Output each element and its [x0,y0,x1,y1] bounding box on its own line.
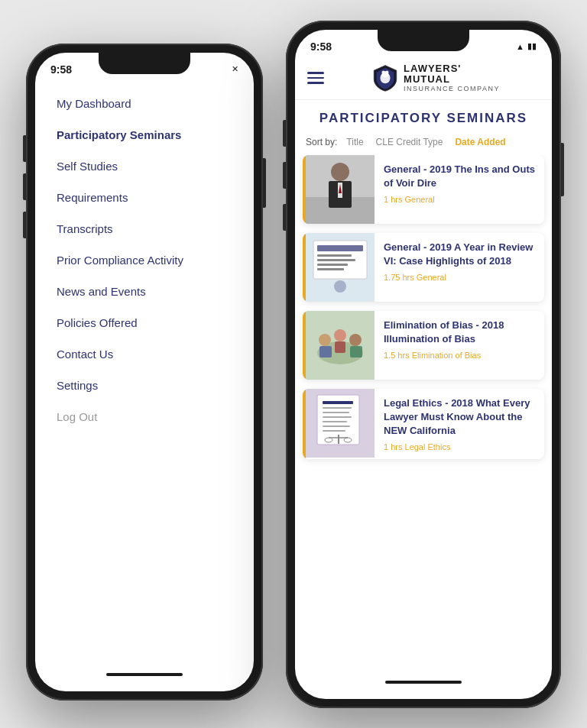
card-info-4: Legal Ethics - 2018 What Every Lawyer Mu… [375,389,544,460]
thumbnail-image-2 [306,233,375,302]
svg-point-20 [319,334,331,346]
card-thumbnail-2 [306,233,375,302]
svg-rect-23 [319,346,332,358]
card-thumbnail-1 [306,155,375,224]
phone-right: 9:58 ▲ ▮▮ [286,21,561,708]
svg-point-21 [334,329,346,341]
svg-rect-15 [317,264,348,266]
hamburger-menu[interactable] [307,72,324,84]
logo-container: LAWYERS'MUTUAL INSURANCE COMPANY [332,63,540,93]
card-title-2: General - 2019 A Year in Review VI: Case… [384,241,535,268]
logo-text: LAWYERS'MUTUAL INSURANCE COMPANY [404,63,500,93]
card-title-4: Legal Ethics - 2018 What Every Lawyer Mu… [384,396,535,438]
card-info-2: General - 2019 A Year in Review VI: Case… [375,233,544,302]
status-icons-right: ▲ ▮▮ [516,41,537,51]
card-credit-4: 1 hrs Legal Ethics [384,442,535,451]
menu-item-prior-compliance[interactable]: Prior Compliance Activity [35,244,254,276]
sort-cle-type[interactable]: CLE Credit Type [373,135,446,149]
card-credit-2: 1.75 hrs General [384,273,535,282]
menu-item-news-events[interactable]: News and Events [35,276,254,307]
home-indicator-left [106,673,183,676]
battery-icon: ▮▮ [527,41,537,51]
svg-rect-29 [323,407,352,409]
card-thumbnail-3 [306,311,375,380]
page-title: PARTICIPATORY SEMINARS [295,100,552,132]
menu-screen: 9:58 ✕ My Dashboard Participatory Semina… [35,53,254,691]
logo-shield-icon [371,64,399,92]
phone-left: 9:58 ✕ My Dashboard Participatory Semina… [26,44,263,700]
card-info-1: General - 2019 The Ins and Outs of Voir … [375,155,544,224]
menu-item-requirements[interactable]: Requirements [35,182,254,213]
sort-label: Sort by: [306,137,337,147]
menu-item-seminars[interactable]: Participatory Seminars [35,119,254,150]
hamburger-line-2 [307,77,324,79]
svg-rect-34 [323,430,345,432]
time-left: 9:58 [50,63,72,76]
close-icon: ✕ [232,64,238,74]
svg-rect-24 [335,341,345,353]
sort-date-added[interactable]: Date Added [452,135,508,149]
svg-rect-13 [317,254,352,257]
hamburger-line-3 [307,82,324,84]
menu-item-self-studies[interactable]: Self Studies [35,150,254,182]
svg-rect-16 [317,268,344,270]
svg-rect-31 [323,416,352,418]
seminar-card-4[interactable]: Legal Ethics - 2018 What Every Lawyer Mu… [303,389,544,460]
menu-item-contact[interactable]: Contact Us [35,338,254,370]
time-right: 9:58 [310,40,332,53]
svg-rect-32 [323,421,347,422]
thumbnail-image-3 [306,311,375,380]
seminar-card-2[interactable]: General - 2019 A Year in Review VI: Case… [303,233,544,302]
menu-content: My Dashboard Participatory Seminars Self… [35,80,254,691]
seminar-card-1[interactable]: General - 2019 The Ins and Outs of Voir … [303,155,544,224]
card-info-3: Elimination of Bias - 2018 Illumination … [375,311,544,380]
wifi-icon: ▲ [516,42,524,51]
svg-rect-35 [338,435,339,444]
menu-item-policies[interactable]: Policies Offered [35,307,254,338]
notch [99,53,190,74]
seminar-card-3[interactable]: Elimination of Bias - 2018 Illumination … [303,311,544,380]
sort-title[interactable]: Title [343,135,366,149]
svg-point-22 [349,334,362,346]
card-thumbnail-4 [306,389,375,458]
menu-item-transcripts[interactable]: Transcripts [35,213,254,244]
sort-bar: Sort by: Title CLE Credit Type Date Adde… [295,132,552,155]
thumbnail-image-1 [306,155,375,224]
app-header: LAWYERS'MUTUAL INSURANCE COMPANY [295,57,552,100]
menu-item-logout[interactable]: Log Out [35,401,254,432]
svg-point-2 [382,71,385,74]
svg-rect-28 [323,401,353,404]
card-title-1: General - 2019 The Ins and Outs of Voir … [384,163,535,190]
seminar-list: General - 2019 The Ins and Outs of Voir … [295,155,552,699]
svg-point-6 [331,163,349,181]
notch-right [378,30,469,51]
logo-sub: INSURANCE COMPANY [404,85,500,92]
card-credit-1: 1 hrs General [384,195,535,204]
svg-point-3 [385,71,388,74]
svg-rect-12 [317,245,363,251]
svg-rect-14 [317,259,355,261]
logo-name: LAWYERS'MUTUAL [404,63,500,86]
main-screen: 9:58 ▲ ▮▮ [295,30,552,699]
card-credit-3: 1.5 hrs Elimination of Bias [384,351,535,360]
home-indicator-right [385,681,462,684]
svg-point-17 [334,280,346,293]
card-title-3: Elimination of Bias - 2018 Illumination … [384,319,535,346]
menu-item-dashboard[interactable]: My Dashboard [35,88,254,119]
menu-item-settings[interactable]: Settings [35,370,254,401]
status-icons-left: ✕ [232,64,238,74]
svg-rect-25 [350,346,362,358]
hamburger-line-1 [307,72,324,74]
svg-rect-33 [323,425,350,427]
thumbnail-image-4 [306,389,375,458]
svg-rect-30 [323,412,349,413]
